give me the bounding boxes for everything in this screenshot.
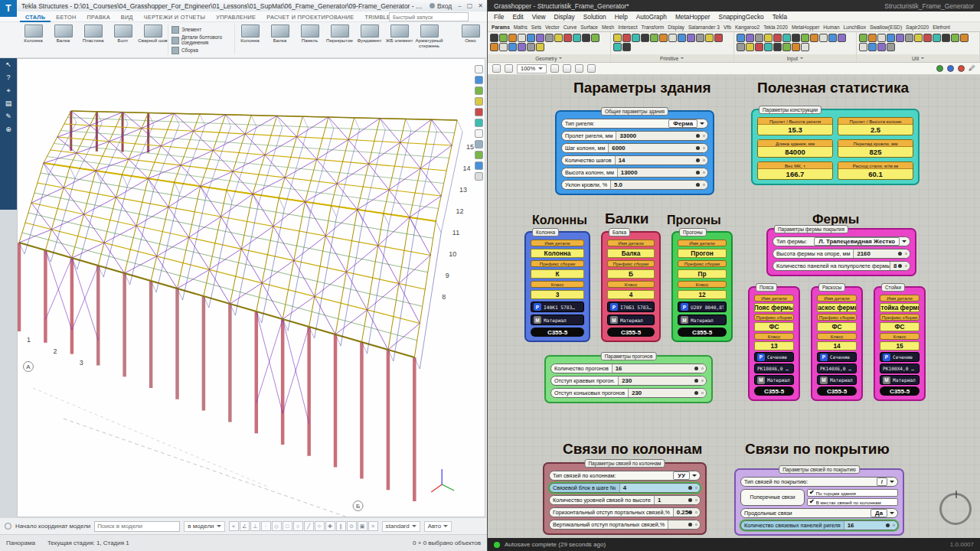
group-beams[interactable]: Балка Имя детали Балка Префикс сборки Б …: [601, 231, 661, 342]
component-icon[interactable]: [773, 34, 782, 42]
ribbon-tab[interactable]: РАСЧЕТ И ПРОЕКТИРОВАНИЕ: [261, 11, 359, 22]
ribbon-button[interactable]: Балка: [265, 24, 295, 50]
slider-track[interactable]: 16: [612, 364, 706, 373]
material-component[interactable]: MМатериал: [607, 315, 655, 325]
profile-component[interactable]: PK100X4,0_…: [880, 364, 920, 373]
group-label[interactable]: Балка: [609, 228, 630, 236]
group-statistics[interactable]: Параметры конструкции Пролет / Высота ри…: [751, 109, 920, 185]
component-icon[interactable]: [887, 43, 895, 51]
slider-knob[interactable]: [688, 523, 692, 527]
slider-track[interactable]: 230: [618, 377, 706, 385]
category-tab[interactable]: Intersect: [618, 24, 637, 30]
component-icon[interactable]: [887, 34, 895, 42]
auto-dropdown[interactable]: Авто: [424, 521, 452, 532]
slider-track[interactable]: 16: [844, 521, 897, 530]
section-component[interactable]: PСечение: [880, 352, 920, 362]
component-icon[interactable]: [942, 34, 950, 42]
snap-toggle[interactable]: ⊙: [347, 521, 357, 531]
category-tab[interactable]: Vector: [545, 24, 560, 30]
slider-knob[interactable]: [696, 146, 700, 150]
component-icon[interactable]: [499, 34, 508, 42]
view-control-icon[interactable]: [475, 172, 483, 181]
component-icon[interactable]: [696, 34, 704, 42]
component-icon[interactable]: [801, 34, 809, 42]
dropdown-value[interactable]: Да: [871, 509, 887, 517]
snap-toggle[interactable]: ≡: [368, 521, 378, 531]
menu-item[interactable]: Tekla: [773, 13, 787, 21]
checkbox-option[interactable]: ✔В местах связей по колоннам: [807, 498, 898, 506]
ribbon-tab[interactable]: БЕТОН: [51, 11, 81, 22]
material-component[interactable]: MМатериал: [754, 375, 794, 385]
model-search-input[interactable]: [94, 521, 180, 532]
slider-knob[interactable]: [688, 486, 692, 490]
material-value[interactable]: С355-5: [880, 386, 920, 396]
component-icon[interactable]: [737, 43, 745, 51]
component-icon[interactable]: [573, 34, 581, 42]
component-icon[interactable]: [905, 34, 913, 42]
parameter-slider[interactable]: Высота фермы на опоре, мм 2160: [773, 249, 910, 259]
param-value[interactable]: 3: [531, 290, 584, 299]
ribbon-tab[interactable]: ПРАВКА: [82, 11, 116, 22]
component-icon[interactable]: [923, 34, 932, 42]
component-icon[interactable]: [527, 34, 535, 42]
snap-toggle[interactable]: ∠: [240, 521, 250, 531]
column-bracing-type-dropdown[interactable]: Тип связей по колоннам: УУ: [549, 471, 701, 481]
minimize-button[interactable]: –: [458, 2, 461, 9]
grasshopper-canvas[interactable]: Параметры здания Полезная статистика Общ…: [488, 75, 980, 538]
component-icon[interactable]: [632, 34, 640, 42]
component-icon[interactable]: [782, 43, 791, 51]
group-truss-chords[interactable]: Пояса Имя детали Пояс фермы Префикс сбор…: [748, 286, 800, 401]
3d-model[interactable]: 15141312111098123AБ: [18, 59, 485, 517]
profile-component[interactable]: PI70Б1_5783…: [607, 302, 655, 312]
material-value[interactable]: С355-5: [817, 386, 857, 396]
snap-toggle[interactable]: ◇: [272, 521, 282, 531]
param-value[interactable]: К: [531, 269, 584, 279]
dropdown-value[interactable]: Ферма: [668, 119, 697, 128]
category-tab[interactable]: Display: [668, 24, 684, 30]
view-control-icon[interactable]: [475, 108, 483, 116]
view-control-icon[interactable]: [475, 119, 483, 127]
parameter-slider[interactable]: Высота колонн, мм 13000: [561, 168, 708, 178]
component-icon[interactable]: [687, 34, 695, 42]
component-icon[interactable]: [868, 34, 877, 42]
cursor-icon[interactable]: ↖: [5, 61, 11, 68]
material-value[interactable]: С355-5: [754, 386, 794, 396]
ribbon-button[interactable]: Фундамент: [354, 24, 384, 50]
preview-toggle-blue[interactable]: [947, 65, 954, 72]
component-icon[interactable]: [622, 34, 631, 42]
parameter-slider[interactable]: Количество панелей на полупролете фермы …: [773, 261, 910, 271]
ribbon-button[interactable]: Болт: [108, 24, 138, 50]
group-label[interactable]: Параметры связей по колоннам: [584, 459, 665, 468]
component-icon[interactable]: [705, 34, 714, 42]
dropdown-value[interactable]: УУ: [673, 471, 690, 480]
group-label[interactable]: Раскосы: [818, 283, 845, 292]
slider-knob[interactable]: [694, 391, 698, 395]
group-label[interactable]: Стойки: [881, 283, 905, 292]
category-tab[interactable]: Swallow(ESD): [870, 24, 902, 30]
section-component[interactable]: PСечение: [754, 352, 794, 362]
help-icon[interactable]: ?: [6, 74, 10, 81]
slider-knob[interactable]: [688, 510, 692, 514]
component-icon[interactable]: [536, 34, 544, 42]
ribbon-button[interactable]: Арматурный стержень: [414, 24, 444, 50]
group-label[interactable]: Параметры связей по покрытию: [779, 465, 860, 474]
group-label[interactable]: Параметры фермы покрытия: [774, 225, 848, 233]
quick-launch-input[interactable]: [389, 12, 469, 21]
category-tab[interactable]: MetaHopper: [792, 24, 819, 30]
menu-item[interactable]: AutoGraph: [636, 13, 667, 21]
ribbon-tab[interactable]: СТАЛЬ: [20, 11, 51, 22]
group-label[interactable]: Пояса: [756, 283, 777, 292]
category-tab[interactable]: Curve: [564, 24, 577, 30]
ribbon-small-button[interactable]: Детали болтового соединения: [172, 35, 231, 45]
slider-track[interactable]: 230: [628, 389, 706, 397]
parameter-slider[interactable]: Отступ краевых прогон. 230: [550, 376, 707, 386]
component-icon[interactable]: [819, 34, 828, 42]
component-icon[interactable]: [554, 34, 563, 42]
component-icon[interactable]: [527, 43, 535, 51]
ribbon-button[interactable]: Балка: [48, 24, 78, 50]
slider-track[interactable]: 6000: [608, 144, 707, 152]
ribbon-tab[interactable]: ЧЕРТЕЖИ И ОТЧЕТЫ: [139, 11, 211, 22]
ribbon-button[interactable]: Перекрытие: [325, 24, 354, 50]
param-value[interactable]: Пояс фермы: [754, 303, 794, 312]
slider-knob[interactable]: [886, 523, 890, 527]
